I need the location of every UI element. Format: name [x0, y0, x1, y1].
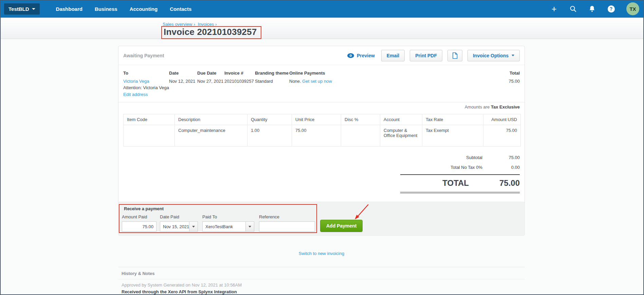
chevron-down-icon [512, 55, 514, 56]
details-date-column: Date Nov 12, 2021 [169, 71, 197, 102]
branding-theme-value: Standard [255, 79, 289, 84]
nav-item-business[interactable]: Business [89, 6, 124, 12]
reference-label: Reference [259, 214, 315, 219]
date-value: Nov 12, 2021 [169, 79, 197, 84]
switch-to-new-invoicing-link[interactable]: Switch to new invoicing [299, 251, 344, 256]
print-pdf-button[interactable]: Print PDF [410, 50, 442, 61]
totals-block: Subtotal 75.00 Total No Tax 0% 0.00 TOTA… [400, 153, 520, 193]
col-amount: Amount USD [483, 114, 521, 125]
copy-button[interactable] [447, 50, 462, 61]
copy-document-icon [452, 52, 458, 59]
branding-theme-label: Branding theme [255, 71, 289, 76]
dropdown-arrow-icon[interactable] [245, 222, 254, 231]
online-payments-none: None. [289, 79, 301, 84]
due-date-label: Due Date [197, 71, 224, 76]
details-online-payments-column: Online Payments None. Get set up now [289, 71, 479, 102]
nav-right-cluster: + ? TX [550, 2, 639, 15]
details-due-column: Due Date Nov 27, 2021 [197, 71, 224, 102]
status-badge: Awaiting Payment [123, 53, 164, 58]
get-set-up-link[interactable]: Get set up now [302, 79, 332, 84]
preview-label: Preview [357, 53, 375, 58]
reference-field: Reference [259, 214, 315, 232]
date-label: Date [169, 71, 197, 76]
chevron-down-icon [32, 8, 35, 10]
no-tax-label: Total No Tax 0% [400, 165, 493, 170]
help-glyph: ? [608, 5, 615, 13]
date-paid-label: Date Paid [160, 214, 198, 219]
attention-line: Attention: Victoria Vega [123, 85, 169, 90]
org-menu-button[interactable]: TestBLD [4, 3, 40, 15]
add-payment-button[interactable]: Add Payment [320, 220, 363, 232]
to-label: To [123, 71, 169, 76]
preview-button[interactable]: Preview [347, 53, 375, 58]
table-row: Computer_maintenance 1.00 75.00 Computer… [124, 125, 521, 146]
email-button[interactable]: Email [381, 50, 405, 61]
invoice-options-label: Invoice Options [473, 53, 509, 58]
col-item-code: Item Code [124, 114, 175, 125]
bell-icon[interactable] [588, 5, 596, 13]
history-entry: Approved by System Generated on Nov 12, … [122, 282, 521, 288]
col-disc: Disc % [341, 114, 380, 125]
paid-to-field: Paid To XeroTestBank [202, 214, 254, 232]
contact-link[interactable]: Victoria Vega [123, 79, 169, 84]
history-body: Approved by System Generated on Nov 12, … [118, 279, 525, 294]
col-unit-price: Unit Price [292, 114, 341, 125]
table-header-row: Item Code Description Quantity Unit Pric… [124, 114, 521, 125]
invoice-actions: Preview Email Print PDF Invoice Options [347, 50, 520, 61]
details-to-column: To Victoria Vega Attention: Victoria Veg… [123, 71, 169, 102]
nav-item-dashboard[interactable]: Dashboard [50, 6, 89, 12]
cell-unit-price: 75.00 [292, 125, 341, 146]
search-icon[interactable] [569, 5, 577, 13]
col-quantity: Quantity [247, 114, 292, 125]
details-total-column: Total 75.00 [479, 71, 520, 102]
amounts-note: Amounts are [465, 104, 490, 110]
switch-invoicing-row: Switch to new invoicing [118, 251, 525, 256]
no-tax-row: Total No Tax 0% 0.00 [400, 162, 520, 172]
cell-description: Computer_maintenance [175, 125, 247, 146]
online-payments-value: None. Get set up now [289, 79, 479, 84]
subtotal-value: 75.00 [493, 155, 520, 160]
dropdown-arrow-icon[interactable] [189, 222, 198, 231]
amount-paid-input[interactable] [122, 221, 157, 232]
cell-quantity: 1.00 [247, 125, 292, 146]
edit-address-link[interactable]: Edit address [123, 92, 169, 97]
invoice-card: Awaiting Payment Preview Email Print PDF… [118, 46, 525, 207]
invoice-number-label: Invoice # [224, 71, 255, 76]
invoice-options-button[interactable]: Invoice Options [467, 50, 520, 61]
avatar[interactable]: TX [626, 2, 639, 15]
subtotal-label: Subtotal [400, 155, 493, 160]
line-items-table: Item Code Description Quantity Unit Pric… [123, 114, 521, 146]
invoice-number-value: 202101039257 [224, 79, 255, 84]
paid-to-label: Paid To [202, 214, 254, 219]
reference-input[interactable] [259, 221, 315, 232]
paid-to-value: XeroTestBank [203, 224, 245, 229]
eye-icon [347, 53, 354, 58]
date-paid-select[interactable]: Nov 15, 2021 [160, 221, 198, 232]
cell-disc [341, 125, 380, 146]
due-date-value: Nov 27, 2021 [197, 79, 224, 84]
nav-item-contacts[interactable]: Contacts [164, 6, 198, 12]
title-annotation-box: Invoice 202101039257 [161, 26, 261, 39]
date-paid-field: Date Paid Nov 15, 2021 [160, 214, 198, 232]
invoice-card-header: Awaiting Payment Preview Email Print PDF… [118, 46, 525, 65]
plus-icon[interactable]: + [550, 5, 558, 13]
paid-to-select[interactable]: XeroTestBank [202, 221, 254, 232]
nav-item-accounting[interactable]: Accounting [124, 6, 164, 12]
org-name: TestBLD [8, 6, 29, 12]
grand-total-row: TOTAL 75.00 [400, 174, 520, 193]
col-tax-rate: Tax Rate [422, 114, 483, 125]
online-payments-label: Online Payments [289, 71, 479, 76]
nav-menu: Dashboard Business Accounting Contacts [50, 6, 198, 12]
amount-paid-label: Amount Paid [122, 214, 157, 219]
cell-amount: 75.00 [483, 125, 521, 146]
cell-tax-rate: Tax Exempt [422, 125, 483, 146]
cell-account: Computer & Office Equipment [380, 125, 422, 146]
amounts-mode-row: Amounts are Tax Exclusive [118, 102, 525, 112]
details-branding-column: Branding theme Standard [255, 71, 289, 102]
top-nav: TestBLD Dashboard Business Accounting Co… [0, 0, 644, 18]
receive-payment-panel: Receive a payment Amount Paid Date Paid … [118, 202, 525, 236]
total-label: Total [479, 71, 520, 76]
subtotal-row: Subtotal 75.00 [400, 153, 520, 162]
total-value: 75.00 [479, 79, 520, 84]
help-icon[interactable]: ? [607, 5, 615, 13]
